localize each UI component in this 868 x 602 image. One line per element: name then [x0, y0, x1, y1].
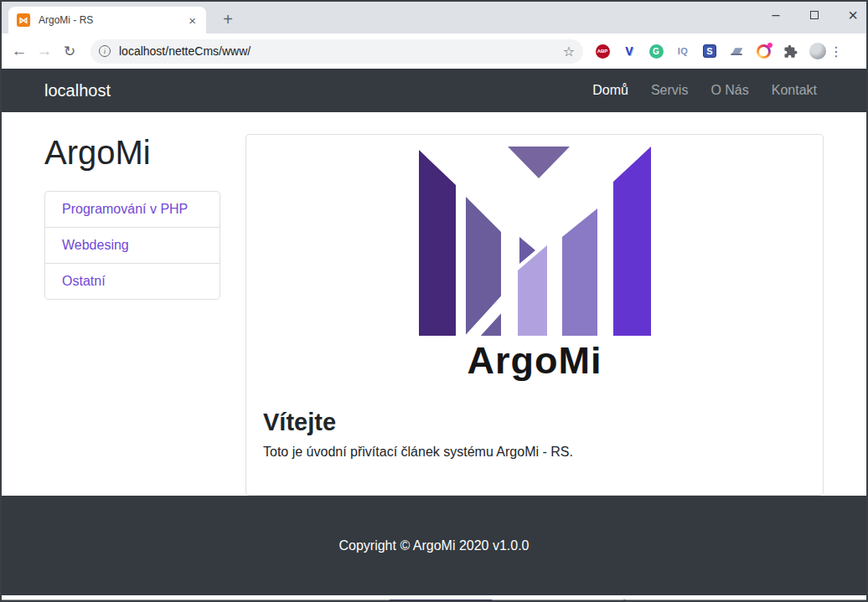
- article-card: ArgoMi Vítejte Toto je úvodní přivítací …: [245, 134, 824, 496]
- iq-extension-icon[interactable]: IQ: [678, 46, 689, 56]
- bookmark-star-icon[interactable]: ☆: [563, 44, 575, 59]
- puzzle-icon: [783, 44, 798, 59]
- article-text: Toto je úvodní přivítací článek systému …: [263, 445, 806, 460]
- category-list: Programování v PHP Webdesing Ostatní: [44, 191, 220, 300]
- laptop-icon: [729, 44, 744, 59]
- window-minimize-button[interactable]: –: [769, 8, 783, 23]
- adblock-extension-icon[interactable]: ABP: [596, 44, 610, 59]
- maximize-icon: [810, 11, 819, 19]
- nav-link-domu[interactable]: Domů: [592, 83, 628, 98]
- tab-close-icon[interactable]: ×: [187, 13, 198, 28]
- v-extension-icon[interactable]: V: [625, 44, 633, 58]
- argomi-logo-icon: [417, 143, 652, 337]
- sidebar: ArgoMi Programování v PHP Webdesing Osta…: [44, 134, 220, 496]
- sidebar-item-webdesing[interactable]: Webdesing: [44, 227, 220, 264]
- main-content: ArgoMi Programování v PHP Webdesing Osta…: [0, 112, 868, 496]
- sidebar-item-ostatni[interactable]: Ostatní: [44, 263, 220, 300]
- browser-toolbar: ← → ↻ i localhost/netteCms/www/ ☆ ABP V …: [0, 33, 868, 69]
- argomi-logo: ArgoMi: [417, 143, 652, 380]
- tab-title: ArgoMi - RS: [39, 14, 187, 26]
- nav-link-kontakt[interactable]: Kontakt: [772, 83, 817, 98]
- navbar-links: Domů Servis O Nás Kontakt: [592, 83, 817, 98]
- new-tab-button[interactable]: +: [216, 8, 240, 32]
- window-close-button[interactable]: ×: [846, 6, 860, 25]
- address-bar[interactable]: i localhost/netteCms/www/ ☆: [90, 39, 583, 64]
- reader-extension-icon[interactable]: [729, 44, 744, 59]
- url-text[interactable]: localhost/netteCms/www/: [119, 44, 563, 58]
- sidebar-item-programovani-v-php[interactable]: Programování v PHP: [44, 191, 220, 228]
- navbar-brand[interactable]: localhost: [44, 81, 111, 100]
- sidebar-title: ArgoMi: [44, 134, 220, 172]
- page-info-icon[interactable]: i: [99, 45, 111, 57]
- xampp-favicon-icon: ⋈: [17, 13, 30, 27]
- profile-avatar[interactable]: [809, 43, 826, 59]
- taskbar-sliver: [0, 595, 868, 602]
- browser-menu-icon[interactable]: ⋮: [829, 44, 843, 59]
- grammarly-extension-icon[interactable]: G: [649, 44, 664, 59]
- window-maximize-button[interactable]: [808, 8, 821, 23]
- site-navbar: localhost Domů Servis O Nás Kontakt: [0, 69, 868, 112]
- site-footer: Copyright © ArgoMi 2020 v1.0.0: [0, 496, 868, 595]
- s-extension-icon[interactable]: S: [703, 44, 716, 58]
- copyright-text: Copyright © ArgoMi 2020 v1.0.0: [338, 538, 529, 553]
- browser-tab[interactable]: ⋈ ArgoMi - RS ×: [8, 7, 206, 33]
- reload-button[interactable]: ↻: [57, 43, 82, 60]
- back-button[interactable]: ←: [7, 42, 32, 60]
- browser-tab-strip: ⋈ ArgoMi - RS × + – ×: [0, 0, 868, 33]
- logo-caption: ArgoMi: [417, 341, 652, 380]
- nav-link-o-nas[interactable]: O Nás: [710, 83, 748, 98]
- forward-button[interactable]: →: [32, 42, 57, 60]
- nav-link-servis[interactable]: Servis: [651, 83, 688, 98]
- extensions-puzzle-icon[interactable]: [783, 44, 798, 59]
- camera-ring-extension-icon[interactable]: [757, 44, 771, 59]
- article-heading: Vítejte: [263, 409, 806, 436]
